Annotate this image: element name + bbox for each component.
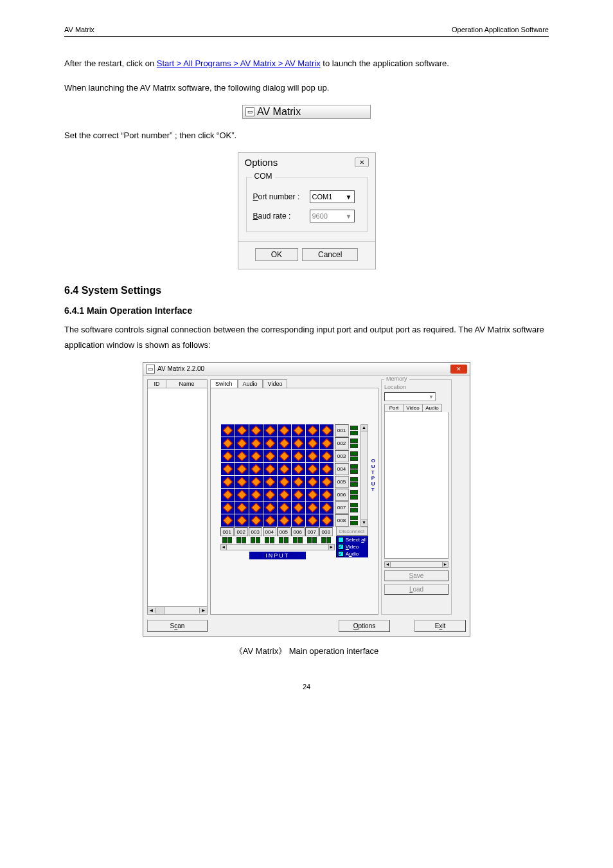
load-button[interactable]: Load [384, 584, 449, 595]
ok-button[interactable]: OK [255, 248, 298, 261]
input-toggle[interactable] [249, 537, 262, 543]
matrix-cell[interactable] [306, 489, 319, 501]
matrix-cell[interactable] [320, 489, 333, 501]
matrix-cell[interactable] [306, 476, 319, 488]
matrix-cell[interactable] [221, 463, 235, 475]
matrix-cell[interactable] [221, 514, 235, 527]
matrix-cell[interactable] [249, 514, 263, 527]
matrix-cell[interactable] [235, 502, 249, 514]
matrix-cell[interactable] [263, 437, 277, 449]
matrix-cell[interactable] [278, 424, 291, 437]
matrix-cell[interactable] [292, 463, 305, 475]
input-toggle[interactable] [277, 537, 290, 543]
matrix-cell[interactable] [292, 437, 305, 449]
input-toggle[interactable] [319, 537, 333, 543]
matrix-cell[interactable] [263, 424, 277, 437]
switch-matrix[interactable] [221, 424, 333, 527]
matrix-cell[interactable] [249, 476, 263, 488]
video-checkbox[interactable]: ✓Video [336, 543, 368, 550]
matrix-cell[interactable] [235, 463, 249, 475]
matrix-cell[interactable] [292, 502, 305, 514]
audio-checkbox[interactable]: ✓Audio [336, 550, 368, 557]
matrix-cell[interactable] [292, 424, 305, 437]
matrix-cell[interactable] [235, 424, 249, 437]
matrix-cell[interactable] [320, 437, 333, 449]
scroll-down-icon[interactable]: ▼ [360, 520, 368, 527]
matrix-cell[interactable] [306, 514, 319, 527]
matrix-cell[interactable] [292, 514, 305, 527]
matrix-cell[interactable] [306, 450, 319, 462]
matrix-cell[interactable] [249, 463, 263, 475]
input-hscroll[interactable]: ◄ ► [220, 544, 335, 550]
memory-list[interactable] [384, 412, 449, 559]
scroll-thumb[interactable] [155, 607, 164, 614]
input-toggle[interactable] [220, 537, 234, 543]
matrix-cell[interactable] [249, 489, 263, 501]
matrix-cell[interactable] [221, 502, 235, 514]
matrix-cell[interactable] [263, 450, 277, 462]
matrix-cell[interactable] [320, 450, 333, 462]
matrix-cell[interactable] [235, 450, 249, 462]
matrix-cell[interactable] [263, 514, 277, 527]
input-toggle[interactable] [235, 537, 248, 543]
matrix-cell[interactable] [320, 463, 333, 475]
output-toggle[interactable] [350, 489, 359, 501]
matrix-cell[interactable] [221, 489, 235, 501]
scan-button[interactable]: Scan [147, 620, 208, 632]
scroll-up-icon[interactable]: ▲ [360, 424, 368, 431]
matrix-cell[interactable] [278, 437, 291, 449]
scroll-left-icon[interactable]: ◄ [148, 608, 155, 613]
matrix-cell[interactable] [235, 514, 249, 527]
matrix-cell[interactable] [278, 476, 291, 488]
vertical-scrollbar[interactable] [360, 431, 368, 520]
matrix-cell[interactable] [292, 476, 305, 488]
matrix-cell[interactable] [235, 437, 249, 449]
matrix-cell[interactable] [306, 437, 319, 449]
start-path-link[interactable]: Start > All Programs > AV Matrix > AV Ma… [157, 59, 321, 68]
cancel-button[interactable]: Cancel [302, 248, 358, 261]
memory-hscroll[interactable]: ◄► [384, 561, 449, 568]
tab-switch[interactable]: Switch [210, 379, 238, 388]
matrix-cell[interactable] [278, 489, 291, 501]
tab-audio[interactable]: Audio [238, 379, 263, 388]
close-icon[interactable]: ✕ [450, 365, 467, 374]
matrix-cell[interactable] [249, 437, 263, 449]
matrix-cell[interactable] [320, 424, 333, 437]
matrix-cell[interactable] [263, 489, 277, 501]
location-select[interactable]: ▼ [384, 392, 436, 401]
output-toggle[interactable] [350, 476, 359, 488]
matrix-cell[interactable] [263, 502, 277, 514]
matrix-cell[interactable] [278, 514, 291, 527]
matrix-cell[interactable] [306, 463, 319, 475]
matrix-cell[interactable] [221, 476, 235, 488]
output-toggle[interactable] [350, 450, 359, 462]
matrix-cell[interactable] [249, 502, 263, 514]
output-toggle[interactable] [350, 424, 359, 437]
matrix-cell[interactable] [278, 450, 291, 462]
horizontal-scrollbar[interactable]: ◄ ► [147, 607, 208, 615]
input-toggle[interactable] [291, 537, 305, 543]
scroll-left-icon[interactable]: ◄ [220, 544, 227, 550]
matrix-cell[interactable] [292, 450, 305, 462]
input-toggle[interactable] [305, 537, 319, 543]
matrix-cell[interactable] [306, 424, 319, 437]
output-toggle[interactable] [350, 502, 359, 514]
exit-button[interactable]: Exit [414, 620, 466, 632]
matrix-cell[interactable] [221, 424, 235, 437]
matrix-cell[interactable] [263, 463, 277, 475]
matrix-cell[interactable] [235, 489, 249, 501]
disconnect-button[interactable]: Disconnect [336, 527, 368, 536]
matrix-cell[interactable] [278, 502, 291, 514]
matrix-cell[interactable] [249, 424, 263, 437]
output-toggle[interactable] [350, 514, 359, 527]
matrix-cell[interactable] [320, 514, 333, 527]
matrix-cell[interactable] [263, 476, 277, 488]
input-toggle[interactable] [263, 537, 276, 543]
output-toggle[interactable] [350, 463, 359, 475]
matrix-cell[interactable] [306, 502, 319, 514]
matrix-cell[interactable] [320, 502, 333, 514]
port-number-select[interactable]: COM1 ▼ [310, 190, 355, 203]
output-toggle[interactable] [350, 437, 359, 449]
matrix-cell[interactable] [221, 437, 235, 449]
matrix-cell[interactable] [221, 450, 235, 462]
